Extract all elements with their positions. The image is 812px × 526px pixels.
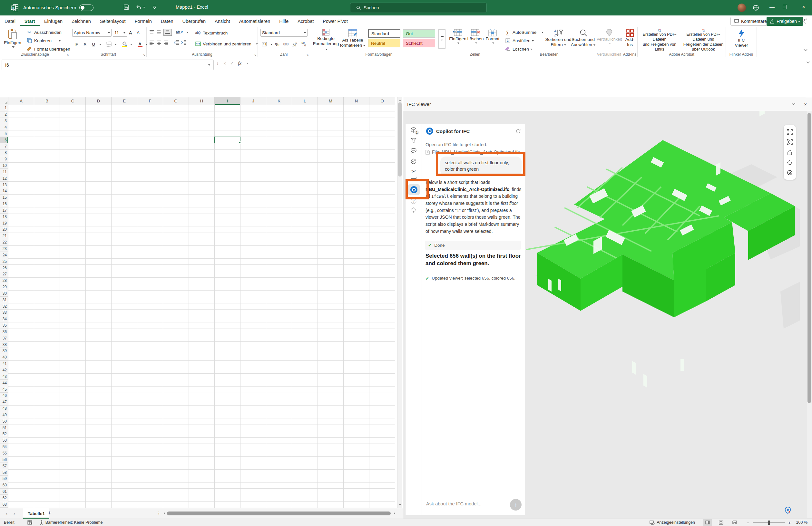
row-header-7[interactable]: 7 xyxy=(0,143,9,150)
refresh-icon[interactable] xyxy=(516,129,521,134)
zoom-slider-thumb[interactable] xyxy=(768,521,770,525)
column-header-J[interactable]: J xyxy=(241,97,266,105)
row-header-57[interactable]: 57 xyxy=(0,463,9,469)
row-header-50[interactable]: 50 xyxy=(0,418,9,424)
row-header-4[interactable]: 4 xyxy=(0,124,9,131)
row-header-48[interactable]: 48 xyxy=(0,406,9,412)
ribbon-tab-zeichnen[interactable]: Zeichnen xyxy=(67,16,96,26)
prev-sheet-icon[interactable]: ‹ xyxy=(6,511,8,516)
row-header-1[interactable]: 1 xyxy=(0,105,9,111)
increase-indent-icon[interactable] xyxy=(181,40,187,45)
column-header-B[interactable]: B xyxy=(34,97,60,105)
row-header-19[interactable]: 19 xyxy=(0,220,9,226)
addins-button[interactable]: Add-Ins xyxy=(622,27,638,52)
vertical-scrollbar-thumb[interactable] xyxy=(398,102,402,177)
font-color-button[interactable]: A xyxy=(136,40,144,48)
next-sheet-icon[interactable]: › xyxy=(14,511,15,516)
copy-button[interactable]: Kopieren xyxy=(26,36,70,45)
checks-icon[interactable] xyxy=(411,159,417,164)
zoom-slider[interactable] xyxy=(753,523,785,523)
sort-filter-button[interactable]: AZ Sortieren undFiltern xyxy=(545,27,572,52)
selected-cell[interactable] xyxy=(214,137,241,143)
customize-qat-button[interactable] xyxy=(151,4,157,10)
orientation-button[interactable]: ab↗ xyxy=(176,30,183,34)
column-header-O[interactable]: O xyxy=(369,97,395,105)
styles-gallery-more-button[interactable] xyxy=(438,29,446,49)
tips-icon[interactable] xyxy=(411,208,416,213)
cell-style-standard[interactable]: Standard xyxy=(368,29,400,38)
row-header-20[interactable]: 20 xyxy=(0,226,9,233)
column-header-K[interactable]: K xyxy=(266,97,292,105)
row-header-55[interactable]: 55 xyxy=(0,450,9,457)
close-button[interactable]: × xyxy=(799,4,809,10)
row-header-5[interactable]: 5 xyxy=(0,131,9,137)
format-cells-button[interactable]: Format xyxy=(484,27,501,52)
undo-button[interactable] xyxy=(135,4,145,10)
sensitivity-button[interactable]: Vertraulichkeit xyxy=(597,27,622,52)
page-layout-view-button[interactable] xyxy=(717,519,725,526)
ifc-viewer-button[interactable]: IFCViewer xyxy=(728,27,754,52)
row-header-14[interactable]: 14 xyxy=(0,188,9,195)
insert-cells-button[interactable]: Einfügen xyxy=(449,27,467,52)
row-header-43[interactable]: 43 xyxy=(0,373,9,380)
ribbon-tab-daten[interactable]: Daten xyxy=(156,16,178,26)
sheet-tab-active[interactable]: Tabelle1 xyxy=(23,508,49,519)
row-header-63[interactable]: 63 xyxy=(0,501,9,508)
row-header-34[interactable]: 34 xyxy=(0,316,9,322)
people-icon[interactable] xyxy=(800,17,808,25)
display-settings-button[interactable]: Anzeigeeinstellungen xyxy=(650,520,695,525)
percent-icon[interactable]: % xyxy=(273,40,281,48)
expand-formula-bar-icon[interactable] xyxy=(806,61,810,64)
font-size-select[interactable]: 11 xyxy=(113,29,127,37)
row-header-25[interactable]: 25 xyxy=(0,258,9,265)
pdf-share-outlook-button[interactable]: PDF Erstellen von PDF-Dateien undFreigeb… xyxy=(681,27,725,52)
column-header-G[interactable]: G xyxy=(163,97,189,105)
chat-input-area[interactable]: Ask about the IFC model... ↑ xyxy=(422,494,525,515)
row-header-61[interactable]: 61 xyxy=(0,489,9,495)
decrease-indent-icon[interactable] xyxy=(174,40,179,45)
align-right-icon[interactable] xyxy=(163,40,169,45)
pane-scrollbar-thumb[interactable] xyxy=(808,113,811,403)
ribbon-display-options-icon[interactable] xyxy=(752,4,759,11)
user-avatar[interactable] xyxy=(738,3,746,12)
search-input[interactable]: Suchen xyxy=(350,3,487,13)
fill-color-button[interactable] xyxy=(120,40,128,48)
row-header-60[interactable]: 60 xyxy=(0,482,9,489)
column-header-D[interactable]: D xyxy=(86,97,112,105)
accounting-format-icon[interactable]: € xyxy=(260,40,268,48)
horizontal-scrollbar-thumb[interactable] xyxy=(167,511,391,515)
row-header-49[interactable]: 49 xyxy=(0,412,9,418)
format-as-table-button[interactable]: Als Tabelleformatieren xyxy=(340,27,365,52)
maximize-button[interactable] xyxy=(783,5,787,9)
decrease-font-icon[interactable]: Aˇ xyxy=(135,29,143,37)
paste-button[interactable]: Einfügen xyxy=(2,27,23,52)
zoom-level[interactable]: 100 % xyxy=(796,520,808,525)
fill-button[interactable]: Ausfüllen xyxy=(504,36,543,45)
comments-button[interactable]: Kommentare xyxy=(730,17,770,26)
align-top-icon[interactable] xyxy=(149,30,155,34)
number-format-select[interactable]: Standard xyxy=(260,29,307,37)
row-header-21[interactable]: 21 xyxy=(0,233,9,239)
cell-style-schlecht[interactable]: Schlecht xyxy=(403,39,435,47)
column-header-F[interactable]: F xyxy=(137,97,163,105)
row-header-40[interactable]: 40 xyxy=(0,354,9,361)
horizontal-scrollbar[interactable] xyxy=(162,511,397,516)
row-header-22[interactable]: 22 xyxy=(0,239,9,246)
orbit-icon[interactable] xyxy=(787,160,793,166)
increase-font-icon[interactable]: Aˆ xyxy=(127,29,135,37)
row-header-16[interactable]: 16 xyxy=(0,201,9,208)
row-header-54[interactable]: 54 xyxy=(0,444,9,450)
column-header-A[interactable]: A xyxy=(9,97,34,105)
cells-area[interactable] xyxy=(9,105,395,508)
row-header-52[interactable]: 52 xyxy=(0,431,9,437)
row-header-10[interactable]: 10 xyxy=(0,163,9,169)
row-header-15[interactable]: 15 xyxy=(0,195,9,201)
column-header-H[interactable]: H xyxy=(189,97,215,105)
increase-decimal-icon[interactable]: ←.0.00 xyxy=(291,40,299,48)
sheet-options-icon[interactable]: ⋮ xyxy=(157,511,161,516)
pdf-share-links-button[interactable]: PDF Erstellen von PDF-Dateienund Freigeb… xyxy=(638,27,681,52)
row-header-26[interactable]: 26 xyxy=(0,265,9,271)
font-name-select[interactable]: Aptos Narrow xyxy=(72,29,112,37)
measure-icon[interactable] xyxy=(410,177,417,180)
cell-style-gut[interactable]: Gut xyxy=(403,29,435,38)
